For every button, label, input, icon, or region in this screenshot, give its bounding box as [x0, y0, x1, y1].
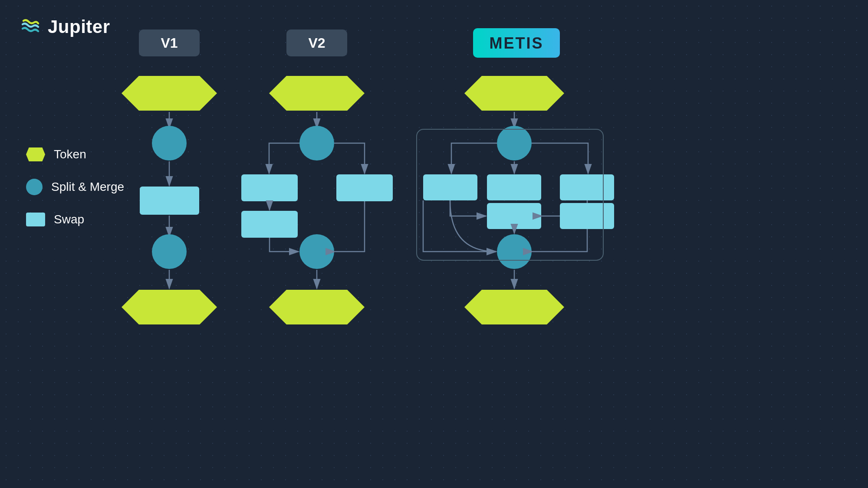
v2-merge-bottom: [299, 234, 334, 269]
metis-token-bottom: [464, 290, 564, 324]
main-diagram: V1 V2 METIS: [0, 0, 868, 488]
v1-token-top: [122, 76, 217, 111]
metis-swap-right-top: [560, 174, 614, 200]
v2-label: V2: [308, 35, 325, 51]
v2-swap-left-bottom: [241, 211, 298, 238]
v2-token-top: [269, 76, 365, 111]
v1-swap: [140, 187, 199, 215]
metis-split-top: [497, 126, 532, 160]
metis-swap-center-top: [487, 174, 541, 200]
v2-swap-left-top: [241, 174, 298, 201]
v1-token-bottom: [122, 290, 217, 324]
metis-token-top: [464, 76, 564, 111]
metis-label: METIS: [489, 34, 543, 52]
v2-swap-right-top: [336, 174, 393, 201]
metis-merge-bottom: [497, 234, 532, 269]
v2-split-top: [299, 126, 334, 160]
v1-label: V1: [161, 35, 178, 51]
v2-token-bottom: [269, 290, 365, 324]
metis-swap-right-mid: [560, 203, 614, 229]
metis-swap-left-top: [423, 174, 477, 200]
metis-swap-center-mid: [487, 203, 541, 229]
v1-split-top: [152, 126, 187, 160]
v1-merge-bottom: [152, 234, 187, 269]
